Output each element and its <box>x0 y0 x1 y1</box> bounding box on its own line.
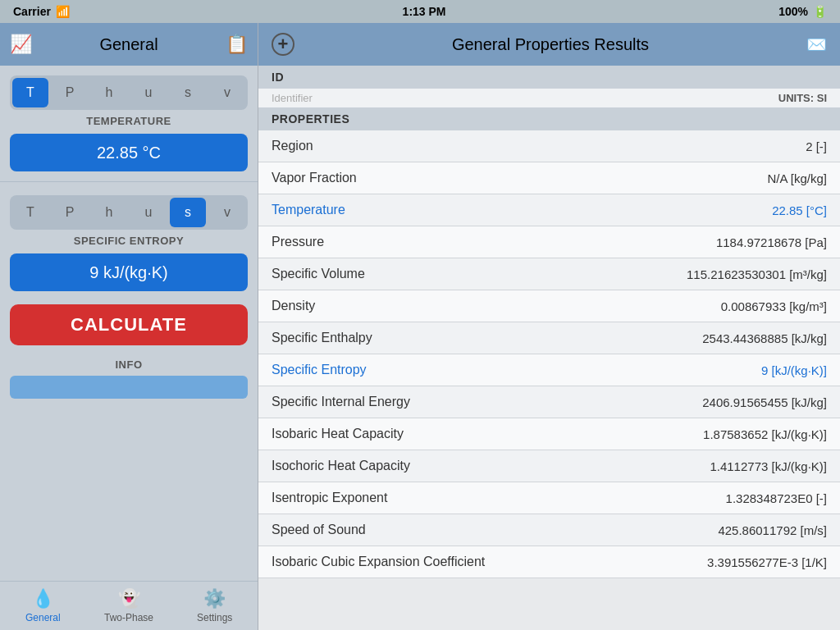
entropy-value-display[interactable]: 9 kJ/(kg·K) <box>10 253 248 291</box>
temp-btn-s[interactable]: s <box>170 78 206 107</box>
result-name-vapor-fraction: Vapor Fraction <box>272 171 357 185</box>
left-header: 📈 General 📋 <box>0 23 258 66</box>
result-value-specific-volume: 115.21623530301 [m³/kg] <box>687 267 827 281</box>
result-row-isochoric-heat-capacity: Isochoric Heat Capacity 1.4112773 [kJ/(k… <box>258 450 840 482</box>
settings-tab-icon: ⚙️ <box>203 588 226 609</box>
result-name-temperature: Temperature <box>272 203 345 217</box>
result-row-specific-volume: Specific Volume 115.21623530301 [m³/kg] <box>258 258 840 290</box>
result-value-region: 2 [-] <box>806 139 827 153</box>
result-row-specific-enthalpy: Specific Enthalpy 2543.44368885 [kJ/kg] <box>258 322 840 354</box>
temp-btn-T[interactable]: T <box>12 78 48 107</box>
status-bar: Carrier 📶 1:13 PM 100% 🔋 <box>0 0 840 23</box>
result-value-specific-entropy: 9 [kJ/(kg·K)] <box>761 363 827 377</box>
result-row-density: Density 0.00867933 [kg/m³] <box>258 290 840 322</box>
status-bar-time: 1:13 PM <box>403 5 446 18</box>
temp-btn-h[interactable]: h <box>91 78 127 107</box>
tab-two-phase[interactable]: 👻 Two-Phase <box>86 588 172 623</box>
battery-icon: 🔋 <box>813 5 827 18</box>
result-row-isentropic-exponent: Isentropic Exponent 1.328348723E0 [-] <box>258 482 840 514</box>
result-name-speed-of-sound: Speed of Sound <box>272 523 366 537</box>
ent-btn-s[interactable]: s <box>170 198 206 227</box>
result-name-isentropic-exponent: Isentropic Exponent <box>272 491 387 505</box>
ent-btn-P[interactable]: P <box>52 198 88 227</box>
result-name-specific-enthalpy: Specific Enthalpy <box>272 331 372 345</box>
temp-btn-P[interactable]: P <box>52 78 88 107</box>
tab-bar: 💧 General 👻 Two-Phase ⚙️ Settings <box>0 581 258 630</box>
result-name-density: Density <box>272 299 315 313</box>
right-panel: + General Properties Results ✉️ ID Ident… <box>258 23 840 630</box>
info-bar <box>10 376 248 399</box>
general-tab-label: General <box>25 612 61 623</box>
result-name-isochoric-heat-capacity: Isochoric Heat Capacity <box>272 459 410 473</box>
left-panel-title: General <box>99 35 158 54</box>
calculate-button[interactable]: CALCULATE <box>10 304 248 345</box>
result-name-isobaric-cubic: Isobaric Cubic Expansion Coefficient <box>272 555 485 569</box>
result-row-pressure: Pressure 1184.97218678 [Pa] <box>258 226 840 258</box>
ent-btn-v[interactable]: v <box>209 198 245 227</box>
ent-btn-u[interactable]: u <box>130 198 167 227</box>
result-value-density: 0.00867933 [kg/m³] <box>721 299 827 313</box>
left-panel: 📈 General 📋 T P h u s v TEMPERATURE 22.8… <box>0 23 258 630</box>
general-tab-icon: 💧 <box>32 588 54 609</box>
two-phase-tab-icon: 👻 <box>118 588 140 609</box>
right-header: + General Properties Results ✉️ <box>258 23 840 66</box>
result-row-speed-of-sound: Speed of Sound 425.86011792 [m/s] <box>258 514 840 546</box>
temp-btn-u[interactable]: u <box>130 78 167 107</box>
result-row-vapor-fraction: Vapor Fraction N/A [kg/kg] <box>258 162 840 194</box>
battery-percent: 100% <box>778 5 808 18</box>
result-value-isobaric-heat-capacity: 1.87583652 [kJ/(kg·K)] <box>703 427 827 441</box>
result-row-isobaric-heat-capacity: Isobaric Heat Capacity 1.87583652 [kJ/(k… <box>258 418 840 450</box>
status-bar-left: Carrier 📶 <box>13 5 70 18</box>
identifier-placeholder: Identifier <box>272 92 313 104</box>
result-row-specific-entropy: Specific Entropy 9 [kJ/(kg·K)] <box>258 354 840 386</box>
result-row-region: Region 2 [-] <box>258 130 840 162</box>
temperature-value-display[interactable]: 22.85 °C <box>10 134 248 171</box>
chart-icon[interactable]: 📈 <box>10 34 32 55</box>
ent-btn-T[interactable]: T <box>12 198 48 227</box>
result-value-vapor-fraction: N/A [kg/kg] <box>767 171 827 185</box>
result-value-specific-enthalpy: 2543.44368885 [kJ/kg] <box>702 331 827 345</box>
units-row: Identifier UNITS: SI <box>258 89 840 107</box>
result-name-pressure: Pressure <box>272 235 324 249</box>
result-name-region: Region <box>272 139 313 153</box>
temp-btn-v[interactable]: v <box>209 78 245 107</box>
wifi-icon: 📶 <box>56 5 70 18</box>
tab-settings[interactable]: ⚙️ Settings <box>171 588 258 623</box>
results-container: ID Identifier UNITS: SI PROPERTIES Regio… <box>258 66 840 630</box>
main-content: 📈 General 📋 T P h u s v TEMPERATURE 22.8… <box>0 23 840 630</box>
settings-tab-label: Settings <box>197 612 232 623</box>
temperature-property-selector: T P h u s v <box>10 75 248 110</box>
result-name-isobaric-heat-capacity: Isobaric Heat Capacity <box>272 427 404 441</box>
entropy-section: T P h u s v SPECIFIC ENTROPY 9 kJ/(kg·K) <box>0 185 258 298</box>
result-value-temperature: 22.85 [°C] <box>772 203 827 217</box>
plus-icon[interactable]: + <box>272 33 294 56</box>
two-phase-tab-label: Two-Phase <box>104 612 153 623</box>
result-row-specific-internal-energy: Specific Internal Energy 2406.91565455 [… <box>258 386 840 418</box>
temperature-section: T P h u s v TEMPERATURE 22.85 °C <box>0 66 258 178</box>
units-value: UNITS: SI <box>778 92 827 104</box>
entropy-label: SPECIFIC ENTROPY <box>10 235 248 247</box>
result-value-isochoric-heat-capacity: 1.4112773 [kJ/(kg·K)] <box>710 459 827 473</box>
status-bar-right: 100% 🔋 <box>778 5 827 18</box>
right-panel-title: General Properties Results <box>294 35 806 54</box>
list-icon[interactable]: 📋 <box>226 34 248 55</box>
id-section-header: ID <box>258 66 840 89</box>
result-name-specific-internal-energy: Specific Internal Energy <box>272 395 410 409</box>
properties-section-header: PROPERTIES <box>258 107 840 130</box>
result-value-specific-internal-energy: 2406.91565455 [kJ/kg] <box>702 395 827 409</box>
result-row-temperature: Temperature 22.85 [°C] <box>258 194 840 226</box>
result-name-specific-volume: Specific Volume <box>272 267 365 281</box>
result-value-isobaric-cubic: 3.391556277E-3 [1/K] <box>707 555 827 569</box>
envelope-icon[interactable]: ✉️ <box>806 34 827 54</box>
entropy-property-selector: T P h u s v <box>10 195 248 230</box>
info-label: INFO <box>0 358 258 371</box>
result-value-isentropic-exponent: 1.328348723E0 [-] <box>726 491 827 505</box>
temperature-label: TEMPERATURE <box>10 115 248 127</box>
result-value-speed-of-sound: 425.86011792 [m/s] <box>718 523 827 537</box>
result-value-pressure: 1184.97218678 [Pa] <box>716 235 827 249</box>
result-row-isobaric-cubic: Isobaric Cubic Expansion Coefficient 3.3… <box>258 546 840 578</box>
result-name-specific-entropy: Specific Entropy <box>272 363 367 377</box>
tab-general[interactable]: 💧 General <box>0 588 86 623</box>
carrier-label: Carrier <box>13 5 51 18</box>
ent-btn-h[interactable]: h <box>91 198 127 227</box>
